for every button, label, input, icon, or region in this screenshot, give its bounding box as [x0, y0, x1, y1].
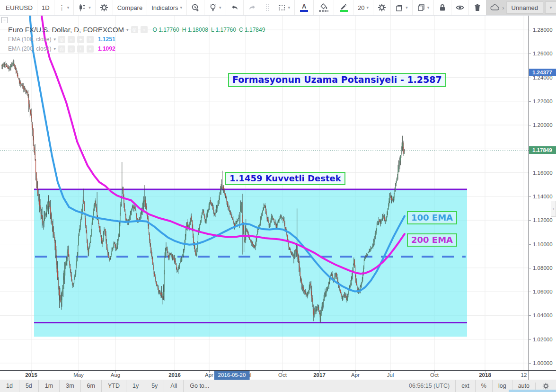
- indicator-legend-rows: EMA (100, close)▾◎☼+×1.1251EMA (200, clo…: [1, 35, 265, 53]
- hide-drawings-button[interactable]: [451, 0, 469, 15]
- toggle-percent[interactable]: %: [475, 380, 492, 392]
- eye-icon[interactable]: ◎: [58, 36, 65, 43]
- price-label: 1.04000: [533, 312, 553, 318]
- chevron-down-icon[interactable]: ▾: [53, 46, 56, 51]
- gear-icon[interactable]: ☼: [68, 36, 75, 43]
- bottom-toolbar: 1d5d1m3m6mYTD1y5yAll Go to... 06:56:15 (…: [0, 380, 556, 392]
- price-label: 1.14000: [533, 194, 553, 199]
- price-tick: [529, 101, 531, 102]
- eye-icon[interactable]: ◎: [58, 45, 65, 53]
- price-tick: [529, 220, 531, 221]
- indicator-value: 1.1251: [98, 36, 115, 43]
- timezone-settings-button[interactable]: [535, 383, 556, 390]
- range-button-ytd[interactable]: YTD: [101, 380, 126, 392]
- layout-menu-button[interactable]: ▾: [545, 1, 556, 14]
- chevron-down-icon[interactable]: ▾: [53, 37, 56, 42]
- crosshair-price-chip: 1.24377: [529, 69, 556, 76]
- range-button-1m[interactable]: 1m: [38, 380, 59, 392]
- price-axis[interactable]: 1.280001.260001.240001.220001.200001.160…: [529, 16, 556, 370]
- undo-button[interactable]: [226, 0, 244, 15]
- time-label: Jul: [387, 372, 394, 378]
- text-color-button[interactable]: A: [295, 0, 314, 15]
- drawing-settings-button[interactable]: [373, 0, 391, 15]
- goto-button[interactable]: Go to...: [183, 380, 215, 392]
- annotation-ema100-label[interactable]: 100 EMA: [407, 211, 457, 224]
- price-tick: [529, 268, 531, 268]
- add-alert-button[interactable]: [187, 0, 204, 15]
- indicator-value: 1.1092: [98, 45, 115, 52]
- compare-button[interactable]: Compare: [113, 0, 147, 15]
- crosshair-date-chip: 2016-05-20: [214, 371, 250, 380]
- font-size-button[interactable]: 20 ▾: [353, 0, 373, 15]
- chart-type-button[interactable]: ▾: [74, 0, 96, 15]
- price-chart-canvas[interactable]: [0, 16, 529, 370]
- ideas-button[interactable]: ▾: [204, 0, 226, 15]
- time-label: 2017: [313, 372, 326, 378]
- top-toolbar: EURUSD 1D ⋮ ▾ ▾ Compare Indicators ▾: [0, 0, 556, 16]
- collapse-panel-arrow[interactable]: ‹: [551, 201, 556, 217]
- ohlc-c: C 1.17849: [239, 27, 265, 33]
- clone-button[interactable]: ▾: [413, 0, 434, 15]
- style-template-button[interactable]: ▾: [391, 0, 413, 15]
- add-icon[interactable]: +: [77, 45, 84, 53]
- close-icon[interactable]: ×: [87, 45, 94, 53]
- time-label: 2015: [25, 372, 37, 378]
- redo-button[interactable]: [244, 0, 261, 15]
- symbol-button[interactable]: EURUSD: [0, 0, 37, 15]
- price-label: 1.20000: [533, 122, 553, 128]
- text-color-icon: A: [302, 4, 306, 9]
- range-button-3m[interactable]: 3m: [59, 380, 80, 392]
- fill-color-button[interactable]: [314, 0, 334, 15]
- range-button-5y[interactable]: 5y: [145, 380, 164, 392]
- cloud-save-icon[interactable]: [490, 3, 500, 12]
- range-button-1y[interactable]: 1y: [126, 380, 145, 392]
- remove-drawings-button[interactable]: [469, 0, 486, 15]
- toolbar-drag-handle[interactable]: [261, 0, 274, 15]
- indicator-label[interactable]: EMA (200, close): [8, 45, 51, 52]
- ohlc-l: L 1.17760: [211, 27, 236, 33]
- close-icon[interactable]: ×: [87, 36, 94, 43]
- interval-menu-button[interactable]: ⋮ ▾: [54, 0, 74, 15]
- time-label: 2016: [168, 372, 181, 378]
- gear-icon: [378, 3, 386, 12]
- range-button-6m[interactable]: 6m: [80, 380, 101, 392]
- annotation-target-label[interactable]: Formasyonun Uzama Potansiyeli - 1.2587: [228, 73, 446, 87]
- range-button-all[interactable]: All: [164, 380, 183, 392]
- layout-name-button[interactable]: Unnamed: [506, 1, 543, 14]
- gear-icon: [542, 383, 549, 390]
- price-label: 1.06000: [533, 289, 553, 294]
- price-tick: [529, 30, 531, 30]
- indicator-label[interactable]: EMA (100, close): [8, 36, 51, 43]
- chart-pane[interactable]: − Euro FX/U.S. Dollar, D, FOREXCOM ▾ ◎ ☼…: [0, 16, 529, 370]
- price-tick: [529, 78, 531, 78]
- interval-button[interactable]: 1D: [37, 0, 54, 15]
- chart-legend: − Euro FX/U.S. Dollar, D, FOREXCOM ▾ ◎ ☼…: [1, 17, 265, 53]
- chart-properties-button[interactable]: [96, 0, 113, 15]
- annotation-support-label[interactable]: 1.1459 Kuvvetli Destek: [225, 172, 345, 185]
- eye-icon[interactable]: ◎: [131, 26, 138, 33]
- range-button-1d[interactable]: 1d: [0, 380, 19, 392]
- price-tick: [529, 363, 531, 364]
- lock-button[interactable]: [434, 0, 451, 15]
- chevron-down-icon: ▾: [288, 5, 291, 10]
- range-button-5d[interactable]: 5d: [19, 380, 38, 392]
- symbol-title[interactable]: Euro FX/U.S. Dollar, D, FOREXCOM: [8, 26, 124, 34]
- price-tick: [529, 292, 531, 292]
- chevron-down-icon[interactable]: ▾: [126, 27, 129, 32]
- range-buttons: 1d5d1m3m6mYTD1y5yAll: [0, 380, 183, 392]
- chevron-down-icon: ▾: [367, 5, 369, 10]
- price-label: 1.10000: [533, 241, 553, 247]
- time-label: 2018: [479, 372, 491, 378]
- ohlc-h: H 1.18008: [182, 27, 208, 33]
- toggle-ext[interactable]: ext: [455, 380, 475, 392]
- gear-icon[interactable]: ☼: [68, 45, 75, 53]
- time-axis[interactable]: 2015MayAug2016AprJulOct2017AprJulOct2018…: [0, 370, 529, 380]
- add-icon[interactable]: +: [77, 36, 84, 43]
- legend-collapse-button[interactable]: −: [1, 17, 8, 23]
- gear-icon[interactable]: ☼: [141, 26, 148, 33]
- selection-style-button[interactable]: ▾: [274, 0, 295, 15]
- chevron-down-icon: ▾: [406, 5, 408, 10]
- annotation-ema200-label[interactable]: 200 EMA: [407, 233, 457, 247]
- brush-color-button[interactable]: [334, 0, 353, 15]
- indicators-button[interactable]: Indicators ▾: [147, 0, 187, 15]
